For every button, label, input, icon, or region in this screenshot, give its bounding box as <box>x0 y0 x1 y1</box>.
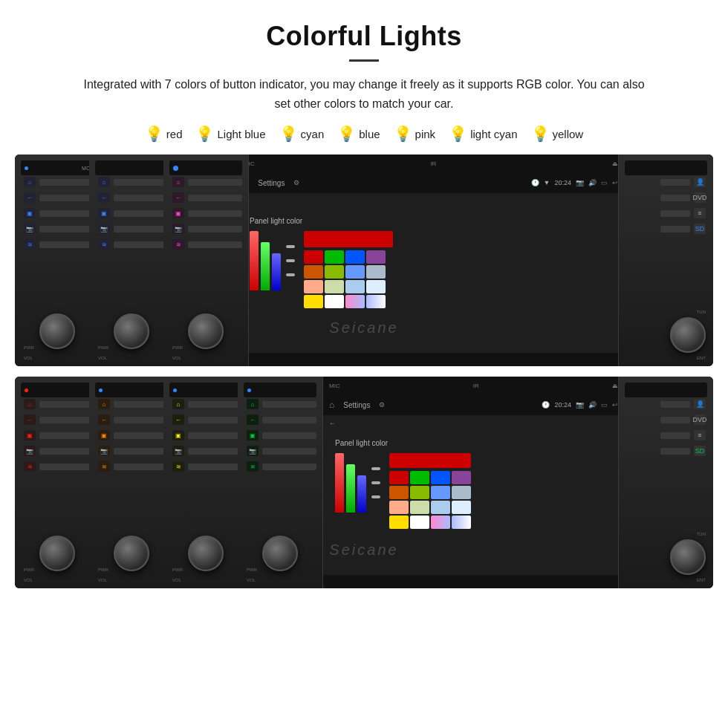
swatch-4-2[interactable] <box>325 295 344 308</box>
main-display-1: MIC IR ⏏ ⌂ Settings ⚙ 🕐 ▼ 20:24 📷 🔊 ▭ ↩ … <box>238 155 624 366</box>
panel-color-section-2: Panel light color <box>323 430 624 538</box>
settings-label-1: Settings <box>258 179 285 187</box>
left-panels-2: ⌂ ← ▣ 📷 ≋ PWR VOL <box>15 377 323 588</box>
swatch2-3-1[interactable] <box>389 501 409 514</box>
swatch-4-4[interactable] <box>366 295 386 308</box>
swatch2-3-2[interactable] <box>410 501 429 514</box>
swatch-3-2[interactable] <box>325 280 344 293</box>
active-color-bar-1 <box>304 231 393 247</box>
right-icon-2: DVD <box>660 192 706 203</box>
bulb-icon-lightblue: 💡 <box>195 126 214 141</box>
screen-icon-sm-2: ▭ <box>601 401 608 409</box>
panel-3-android: ▣ <box>163 208 248 218</box>
swatch-2-2[interactable] <box>325 265 344 279</box>
panel-2-4-sd: ≋ <box>238 461 322 472</box>
panel-2-2-sd: ≋ <box>89 461 174 472</box>
panel-2-3-cam: 📷 <box>163 446 248 456</box>
panel-2-1-home: ⌂ <box>15 399 100 409</box>
stereo-image-1: MC ⌂ ← ▣ 📷 ≋ <box>15 155 713 366</box>
panel-2-2-home: ⌂ <box>89 399 174 409</box>
swatch2-4-2[interactable] <box>410 516 429 529</box>
wifi-icon: ▼ <box>544 179 550 186</box>
panel-1-blue: MC ⌂ ← ▣ 📷 ≋ <box>15 155 100 366</box>
color-item-red: 💡 red <box>145 126 183 141</box>
panel-2-2-android: ▣ <box>89 430 174 440</box>
swatch-1-3[interactable] <box>345 250 365 264</box>
panel-3-back: ← <box>163 192 248 203</box>
panel-2-3-topbar <box>169 383 242 397</box>
color-label-pink: pink <box>415 128 436 140</box>
right-panel-1: 👤 DVD ≡ SD TUN ENT <box>618 155 713 366</box>
swatch-2-4[interactable] <box>366 265 386 279</box>
eject-icon-2: ⏏ <box>612 383 618 389</box>
bulb-icon-blue: 💡 <box>337 126 356 141</box>
panel-2-4-android: ▣ <box>238 430 322 440</box>
panel-2-2-topbar <box>95 383 168 397</box>
panel-3-home: ⌂ <box>163 177 248 187</box>
panel-3-topbar <box>169 160 242 175</box>
swatch2-1-1[interactable] <box>389 471 409 484</box>
back-arrow-2[interactable]: ← <box>323 415 624 430</box>
swatch2-1-4[interactable] <box>452 471 471 484</box>
panel-2-blue: ⌂ ← ▣ 📷 ≋ PWR VOL <box>89 155 175 366</box>
active-color-bar-2 <box>389 453 471 468</box>
clock-icon: 🕐 <box>531 179 539 186</box>
swatch2-2-2[interactable] <box>410 486 429 499</box>
panel-2-3-back: ← <box>163 414 248 425</box>
panel-1-back: ← <box>15 192 100 203</box>
panel-3-cam: 📷 <box>163 224 248 234</box>
panel-2-1-cam: 📷 <box>15 446 100 456</box>
panel-3-pink: ⌂ ← ▣ 📷 ≋ PWR VOL <box>163 155 249 366</box>
swatch-4-3[interactable] <box>345 295 365 308</box>
swatch-3-3[interactable] <box>345 280 365 293</box>
eject-icon: ⏏ <box>612 160 618 167</box>
swatch-2-3[interactable] <box>345 265 365 279</box>
settings-icon-1: ⚙ <box>293 179 299 186</box>
settings-icon-2: ⚙ <box>379 401 385 409</box>
panel-2-sd: ≋ <box>89 239 174 250</box>
panel-2-2-back: ← <box>89 414 174 425</box>
display-topbar-1: MIC IR ⏏ <box>238 155 624 172</box>
swatch-1-4[interactable] <box>366 250 386 264</box>
right-bottom-2: TUN ENT <box>670 532 706 582</box>
vol-icon-sm-2: 🔊 <box>588 401 597 409</box>
swatch2-4-1[interactable] <box>389 516 409 529</box>
swatch-3-1[interactable] <box>304 280 323 293</box>
panel-2-4-back: ← <box>238 414 322 425</box>
color-label-red: red <box>166 128 183 140</box>
right-icon-2-2: DVD <box>660 414 706 425</box>
swatch2-3-4[interactable] <box>452 501 471 514</box>
swatch2-1-2[interactable] <box>410 471 429 484</box>
right-panel-2: 👤 DVD ≡ SD TUN ENT <box>618 377 713 588</box>
swatch-1-1[interactable] <box>304 250 323 264</box>
swatch-3-4[interactable] <box>366 280 386 293</box>
swatch2-2-4[interactable] <box>452 486 471 499</box>
swatch2-3-3[interactable] <box>431 501 450 514</box>
swatch-4-1[interactable] <box>304 295 323 308</box>
panel-2-1-back: ← <box>15 414 100 425</box>
watermark-2: Seicane <box>329 542 398 559</box>
display-screen-1: ⌂ Settings ⚙ 🕐 ▼ 20:24 📷 🔊 ▭ ↩ ← Panel l… <box>238 172 624 366</box>
bulb-icon-yellow: 💡 <box>531 126 550 141</box>
panel-1-topbar: MC <box>21 160 94 175</box>
swatch2-1-3[interactable] <box>431 471 450 484</box>
bulb-icon-cyan: 💡 <box>279 126 298 141</box>
screen-icon-sm: ▭ <box>601 179 608 186</box>
time-display: 20:24 <box>554 179 571 186</box>
swatch2-2-3[interactable] <box>431 486 450 499</box>
display-topbar-2: MIC IR ⏏ <box>323 377 624 394</box>
right-top-bar-1 <box>625 160 707 175</box>
nav-icons-2: 🕐 20:24 📷 🔊 ▭ ↩ <box>542 401 618 409</box>
watermark-1: Seicane <box>329 319 398 336</box>
swatch2-2-1[interactable] <box>389 486 409 499</box>
color-item-pink: 💡 pink <box>394 126 436 141</box>
panel-2-cam: 📷 <box>89 224 174 234</box>
swatch2-4-3[interactable] <box>431 516 450 529</box>
display-bottom-bar-1 <box>238 353 624 366</box>
swatch-2-1[interactable] <box>304 265 323 279</box>
back-arrow-1[interactable]: ← <box>238 193 624 208</box>
vert-bars-2 <box>335 453 380 513</box>
swatch2-4-4[interactable] <box>452 516 471 529</box>
right-icon-4: SD <box>660 224 706 234</box>
swatch-1-2[interactable] <box>325 250 344 264</box>
